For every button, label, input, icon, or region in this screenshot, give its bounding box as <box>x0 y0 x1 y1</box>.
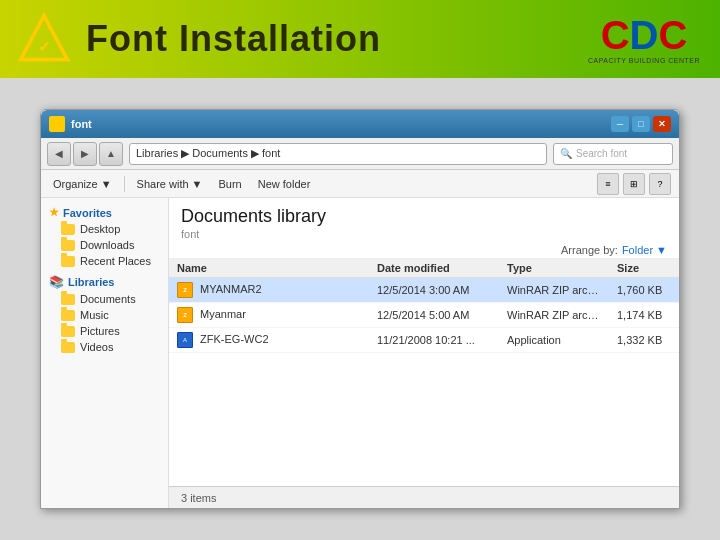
sidebar-item-documents[interactable]: Documents <box>41 291 168 307</box>
sidebar-pictures-label: Pictures <box>80 325 120 337</box>
arrange-value[interactable]: Folder ▼ <box>622 244 667 256</box>
sidebar-recent-label: Recent Places <box>80 255 151 267</box>
downloads-folder-icon <box>61 240 75 251</box>
title-bar-left: font <box>49 116 92 132</box>
file-list: Name Date modified Type Size Z MYANMAR2 … <box>169 259 679 486</box>
status-bar: 3 items <box>169 486 679 508</box>
file-name-1: Z MYANMAR2 <box>169 282 369 298</box>
libraries-section: 📚 Libraries Documents Music Pictures <box>41 273 168 355</box>
forward-button[interactable]: ▶ <box>73 142 97 166</box>
file-name-3: A ZFK-EG-WC2 <box>169 332 369 348</box>
sidebar-downloads-label: Downloads <box>80 239 134 251</box>
address-toolbar: ◀ ▶ ▲ Libraries ▶ Documents ▶ font 🔍 Sea… <box>41 138 679 170</box>
close-button[interactable]: ✕ <box>653 116 671 132</box>
zip-icon-1: Z <box>177 282 193 298</box>
view-buttons: ≡ ⊞ ? <box>597 173 671 195</box>
file-date-3: 11/21/2008 10:21 ... <box>369 334 499 346</box>
cdc-c2-letter: C <box>658 15 687 55</box>
app-icon-3: A <box>177 332 193 348</box>
status-text: 3 items <box>181 492 216 504</box>
table-row[interactable]: Z MYANMAR2 12/5/2014 3:00 AM WinRAR ZIP … <box>169 278 679 303</box>
libraries-icon: 📚 <box>49 275 64 289</box>
window-icon <box>49 116 65 132</box>
col-header-size[interactable]: Size <box>609 262 679 274</box>
arrange-bar: Arrange by: Folder ▼ <box>169 242 679 259</box>
sidebar-videos-label: Videos <box>80 341 113 353</box>
view-help-button[interactable]: ? <box>649 173 671 195</box>
title-bar-controls: ─ □ ✕ <box>611 116 671 132</box>
file-size-3: 1,332 KB <box>609 334 679 346</box>
sidebar-documents-label: Documents <box>80 293 136 305</box>
music-folder-icon <box>61 310 75 321</box>
cdc-c-letter: C <box>601 15 630 55</box>
view-list-button[interactable]: ≡ <box>597 173 619 195</box>
page-title: Font Installation <box>86 18 381 60</box>
sidebar-item-downloads[interactable]: Downloads <box>41 237 168 253</box>
breadcrumb: Libraries ▶ Documents ▶ font <box>136 147 280 160</box>
file-type-2: WinRAR ZIP archive <box>499 309 609 321</box>
table-row[interactable]: Z Myanmar 12/5/2014 5:00 AM WinRAR ZIP a… <box>169 303 679 328</box>
new-folder-button[interactable]: New folder <box>254 176 315 192</box>
cdc-d-letter: D <box>630 15 659 55</box>
sidebar-item-recent-places[interactable]: Recent Places <box>41 253 168 269</box>
header-banner: ✓ Font Installation C D C CAPACITY BUILD… <box>0 0 720 78</box>
desktop-folder-icon <box>61 224 75 235</box>
main-file-pane: Documents library font Arrange by: Folde… <box>169 198 679 508</box>
file-date-1: 12/5/2014 3:00 AM <box>369 284 499 296</box>
file-size-1: 1,760 KB <box>609 284 679 296</box>
svg-rect-2 <box>52 122 62 129</box>
recent-places-folder-icon <box>61 256 75 267</box>
share-with-button[interactable]: Share with ▼ <box>133 176 207 192</box>
back-button[interactable]: ◀ <box>47 142 71 166</box>
header-left: ✓ Font Installation <box>16 11 381 67</box>
svg-rect-3 <box>52 120 57 123</box>
favorites-label: Favorites <box>63 207 112 219</box>
window-title: font <box>71 118 92 130</box>
secondary-toolbar: Organize ▼ Share with ▼ Burn New folder … <box>41 170 679 198</box>
star-icon: ★ <box>49 206 59 219</box>
search-bar[interactable]: 🔍 Search font <box>553 143 673 165</box>
folder-icon <box>51 118 63 130</box>
cdc-subtitle: CAPACITY BUILDING CENTER <box>588 57 700 64</box>
title-bar: font ─ □ ✕ <box>41 110 679 138</box>
favorites-section: ★ Favorites Desktop Downloads Recent Pla… <box>41 204 168 269</box>
libraries-header: 📚 Libraries <box>41 273 168 291</box>
logo-icon: ✓ <box>16 11 72 67</box>
sidebar-desktop-label: Desktop <box>80 223 120 235</box>
organize-button[interactable]: Organize ▼ <box>49 176 116 192</box>
minimize-button[interactable]: ─ <box>611 116 629 132</box>
pictures-folder-icon <box>61 326 75 337</box>
file-date-2: 12/5/2014 5:00 AM <box>369 309 499 321</box>
arrange-label: Arrange by: <box>561 244 618 256</box>
sidebar-item-pictures[interactable]: Pictures <box>41 323 168 339</box>
table-row[interactable]: A ZFK-EG-WC2 11/21/2008 10:21 ... Applic… <box>169 328 679 353</box>
documents-folder-icon <box>61 294 75 305</box>
library-subtitle: font <box>181 228 667 240</box>
search-placeholder: Search font <box>576 148 627 159</box>
zip-icon-2: Z <box>177 307 193 323</box>
maximize-button[interactable]: □ <box>632 116 650 132</box>
file-name-2: Z Myanmar <box>169 307 369 323</box>
explorer-window: font ─ □ ✕ ◀ ▶ ▲ Libraries ▶ Documents ▶… <box>40 109 680 509</box>
up-button[interactable]: ▲ <box>99 142 123 166</box>
videos-folder-icon <box>61 342 75 353</box>
col-header-name[interactable]: Name <box>169 262 369 274</box>
file-type-3: Application <box>499 334 609 346</box>
col-header-date[interactable]: Date modified <box>369 262 499 274</box>
address-bar[interactable]: Libraries ▶ Documents ▶ font <box>129 143 547 165</box>
sidebar-item-music[interactable]: Music <box>41 307 168 323</box>
sidebar-music-label: Music <box>80 309 109 321</box>
col-header-type[interactable]: Type <box>499 262 609 274</box>
sidebar: ★ Favorites Desktop Downloads Recent Pla… <box>41 198 169 508</box>
pane-header: Documents library font <box>169 198 679 242</box>
sidebar-item-videos[interactable]: Videos <box>41 339 168 355</box>
main-content: font ─ □ ✕ ◀ ▶ ▲ Libraries ▶ Documents ▶… <box>0 78 720 540</box>
explorer-body: ★ Favorites Desktop Downloads Recent Pla… <box>41 198 679 508</box>
sidebar-item-desktop[interactable]: Desktop <box>41 221 168 237</box>
separator-1 <box>124 176 125 192</box>
view-tiles-button[interactable]: ⊞ <box>623 173 645 195</box>
file-size-2: 1,174 KB <box>609 309 679 321</box>
file-list-header: Name Date modified Type Size <box>169 259 679 278</box>
burn-button[interactable]: Burn <box>215 176 246 192</box>
file-type-1: WinRAR ZIP archive <box>499 284 609 296</box>
